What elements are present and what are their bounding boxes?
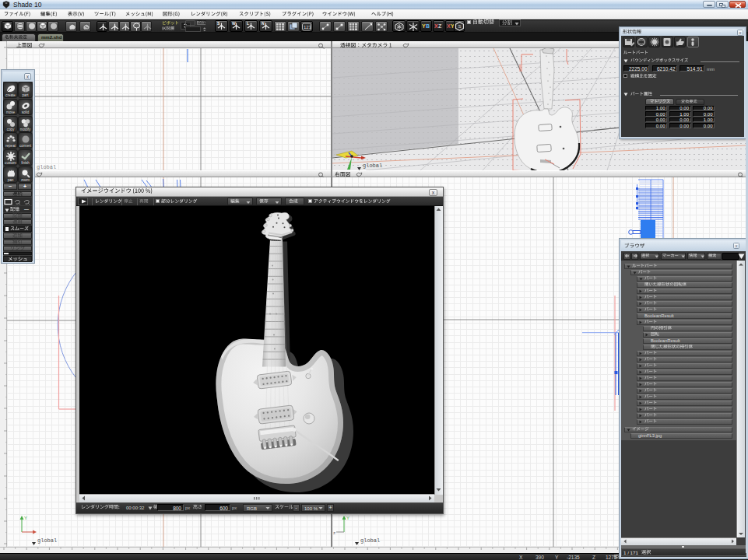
svg-text:123: 123 xyxy=(304,25,311,30)
svg-text:S: S xyxy=(458,24,462,29)
svg-text:x: x xyxy=(33,534,35,535)
svg-text:Z: Z xyxy=(438,23,442,29)
svg-text:B: B xyxy=(426,23,430,29)
svg-text:L: L xyxy=(247,22,249,26)
svg-text:Y: Y xyxy=(346,516,349,520)
svg-text:S: S xyxy=(217,22,220,26)
svg-text:z: z xyxy=(333,530,335,535)
svg-text:N: N xyxy=(262,22,265,26)
svg-text:W: W xyxy=(232,22,236,26)
svg-text:Y: Y xyxy=(24,516,27,520)
